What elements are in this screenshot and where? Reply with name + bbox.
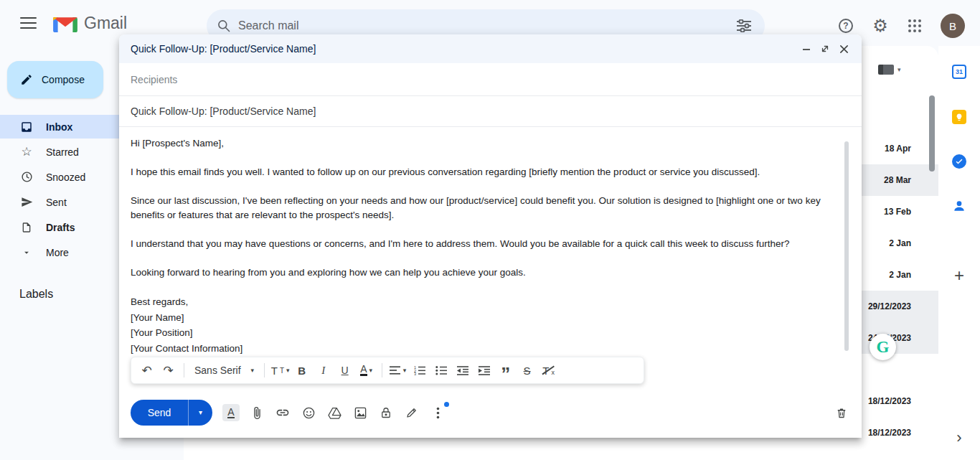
discard-draft-button[interactable]	[833, 404, 850, 421]
numbered-list-icon: 123	[414, 365, 425, 375]
lock-clock-icon	[380, 406, 392, 420]
chevron-down-icon: ▾	[897, 67, 901, 73]
indent-less-button[interactable]	[453, 361, 472, 380]
remove-formatting-x: x	[551, 369, 555, 376]
subject-field[interactable]: Quick Follow-Up: [Product/Service Name]	[119, 96, 862, 127]
chevron-down-icon: ▾	[369, 367, 373, 374]
tasks-icon	[952, 154, 966, 169]
clock-icon	[19, 171, 34, 183]
help-question-glyph: ?	[843, 21, 848, 31]
more-options-button[interactable]	[429, 404, 446, 421]
search-icon	[217, 19, 231, 33]
sidebar-item-label: More	[46, 247, 69, 258]
minimize-button[interactable]	[797, 39, 816, 58]
italic-button[interactable]: I	[314, 361, 333, 380]
compose-button-label: Compose	[42, 74, 85, 85]
chevron-down-icon	[19, 248, 34, 258]
body-paragraph: Since our last discussion, I've been ref…	[131, 194, 821, 222]
pencil-icon	[20, 73, 33, 86]
sidebar-item-label: Inbox	[46, 121, 72, 133]
text-color-button[interactable]: A ▾	[357, 361, 376, 380]
google-apps-grid-icon	[908, 19, 921, 32]
chevron-down-icon: ▾	[286, 367, 290, 374]
sidebar-item-label: Drafts	[46, 222, 75, 233]
quote-button[interactable]: ”	[496, 361, 515, 380]
redo-button[interactable]: ↷	[159, 361, 178, 380]
side-panel: 31 + ›	[938, 46, 980, 460]
undo-button[interactable]: ↶	[137, 361, 156, 380]
toolbar-divider	[382, 363, 382, 377]
grammarly-badge[interactable]: G	[870, 334, 896, 360]
mail-row-date: 2 Jan	[889, 270, 911, 280]
bold-button[interactable]: B	[292, 361, 311, 380]
mail-row-date: 18/12/2023	[868, 396, 911, 406]
plus-icon: +	[954, 266, 964, 286]
hide-side-panel-button[interactable]: ›	[945, 423, 974, 452]
strikethrough-button[interactable]: S	[517, 361, 537, 380]
settings-gear-icon: ⚙	[872, 16, 888, 36]
send-options-button[interactable]: ▾	[188, 400, 212, 426]
confidential-mode-button[interactable]	[377, 404, 395, 421]
message-body[interactable]: Hi [Prospect's Name], I hope this email …	[119, 127, 862, 357]
font-family-select[interactable]: Sans Serif ▾	[190, 365, 258, 376]
trash-icon	[835, 406, 848, 420]
close-button[interactable]	[834, 39, 853, 58]
insert-toolbar: A	[222, 404, 446, 421]
contacts-button[interactable]	[945, 192, 974, 220]
compose-button[interactable]: Compose	[7, 61, 103, 98]
insert-signature-button[interactable]	[403, 404, 420, 421]
calendar-button[interactable]: 31	[945, 57, 974, 86]
star-icon: ☆	[19, 144, 34, 159]
calendar-icon: 31	[952, 65, 966, 79]
body-paragraph: Looking forward to hearing from you and …	[131, 266, 821, 280]
recipients-placeholder: Recipients	[131, 74, 177, 85]
redo-icon: ↷	[163, 365, 173, 377]
quote-icon: ”	[501, 363, 510, 377]
formatting-options-icon: A	[227, 407, 234, 418]
recipients-field[interactable]: Recipients	[119, 63, 862, 96]
insert-emoji-button[interactable]	[300, 404, 317, 421]
align-left-icon	[390, 366, 401, 375]
grammarly-g-icon: G	[877, 338, 890, 357]
list-scrollbar[interactable]	[929, 95, 935, 172]
avatar-letter: B	[949, 20, 956, 32]
gmail-m-icon	[53, 14, 77, 32]
mail-row-date: 18/12/2023	[868, 428, 911, 438]
font-size-button[interactable]: TT ▾	[270, 361, 290, 380]
body-paragraph: I understand that you may have questions…	[131, 237, 821, 251]
insert-photo-button[interactable]	[352, 404, 369, 421]
tasks-button[interactable]	[945, 147, 974, 176]
indent-more-button[interactable]	[474, 361, 494, 380]
gmail-logo[interactable]: Gmail	[53, 12, 127, 34]
align-button[interactable]: ▾	[388, 361, 407, 380]
remove-formatting-button[interactable]: Tx	[539, 361, 558, 380]
formatting-toolbar: ↶ ↷ Sans Serif ▾ TT ▾ B I U A ▾ ▾	[131, 357, 644, 384]
attach-file-button[interactable]	[248, 404, 265, 421]
send-button[interactable]: Send	[131, 400, 188, 426]
calendar-day-label: 31	[956, 68, 963, 75]
pen-icon	[405, 406, 418, 419]
keep-button[interactable]	[945, 103, 974, 131]
get-addons-button[interactable]: +	[945, 261, 974, 290]
bulleted-list-icon	[435, 365, 447, 375]
open-in-full-button[interactable]	[816, 39, 834, 58]
insert-from-drive-button[interactable]	[326, 404, 343, 421]
google-apps-button[interactable]	[900, 11, 929, 40]
body-scrollbar[interactable]	[844, 141, 849, 351]
underline-button[interactable]: U	[335, 361, 354, 380]
compose-window-header[interactable]: Quick Follow-Up: [Product/Service Name]	[119, 34, 862, 63]
formatting-options-button[interactable]: A	[222, 404, 240, 421]
hamburger-menu-icon[interactable]	[19, 16, 37, 30]
strikethrough-icon: S	[524, 365, 531, 377]
settings-button[interactable]: ⚙	[866, 11, 895, 40]
chevron-down-icon: ▾	[251, 367, 255, 374]
insert-link-button[interactable]	[274, 404, 291, 421]
sidebar-item-label: Starred	[46, 146, 79, 158]
split-pane-toggle[interactable]: ▾	[878, 65, 901, 75]
account-avatar[interactable]: B	[941, 14, 965, 38]
compose-window-title: Quick Follow-Up: [Product/Service Name]	[131, 43, 797, 55]
numbered-list-button[interactable]: 123	[410, 361, 429, 380]
bulleted-list-button[interactable]	[431, 361, 451, 380]
svg-text:3: 3	[414, 372, 416, 375]
send-button-group: Send ▾	[131, 400, 212, 426]
